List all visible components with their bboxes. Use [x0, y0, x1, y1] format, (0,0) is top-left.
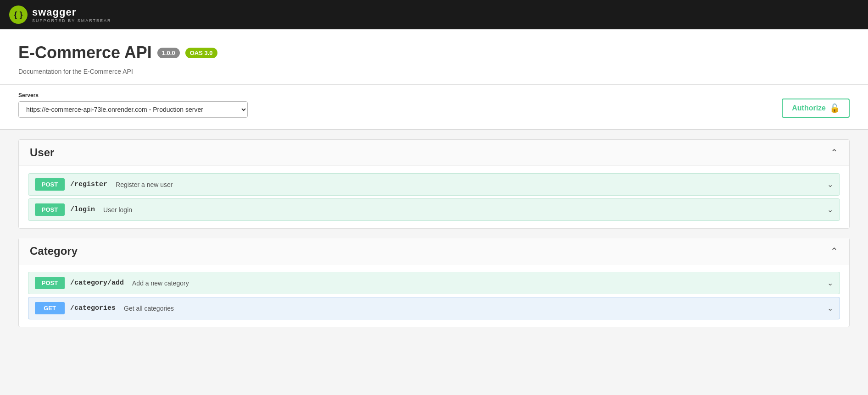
chevron-down-icon-category-add: ⌄ [827, 279, 833, 287]
group-card-category: Category ⌃ POST /category/add Add a new … [18, 238, 850, 327]
servers-block: Servers https://e-commerce-api-73le.onre… [0, 85, 868, 130]
method-badge-get-categories: GET [35, 302, 65, 314]
lock-icon: 🔓 [829, 103, 840, 113]
group-header-category[interactable]: Category ⌃ [19, 238, 849, 264]
swagger-logo-symbol: { } [14, 10, 22, 20]
method-badge-post-login: POST [35, 203, 65, 216]
method-badge-post-category-add: POST [35, 277, 65, 289]
header: { } swagger SUPPORTED BY SMARTBEAR [0, 0, 868, 29]
endpoint-path-login: /login [70, 206, 95, 214]
group-title-user: User [30, 146, 54, 159]
ep-left-category-add: POST /category/add Add a new category [35, 277, 189, 289]
ep-left-login: POST /login User login [35, 203, 132, 216]
api-description: Documentation for the E-Commerce API [18, 68, 850, 75]
version-badge: 1.0.0 [157, 48, 180, 58]
api-info-block: E-Commerce API 1.0.0 OAS 3.0 Documentati… [0, 29, 868, 85]
endpoint-row-login[interactable]: POST /login User login ⌄ [28, 198, 840, 221]
endpoint-desc-login: User login [103, 206, 132, 214]
swagger-subtitle: SUPPORTED BY SMARTBEAR [32, 18, 111, 23]
page-wrapper: { } swagger SUPPORTED BY SMARTBEAR E-Com… [0, 0, 868, 395]
group-title-category: Category [30, 245, 78, 258]
chevron-down-icon-categories: ⌄ [827, 304, 833, 313]
endpoint-desc-categories: Get all categories [124, 305, 174, 312]
swagger-logo: { } swagger SUPPORTED BY SMARTBEAR [9, 5, 111, 24]
swagger-icon: { } [9, 5, 28, 24]
endpoint-desc-category-add: Add a new category [132, 280, 189, 287]
endpoint-path-categories: /categories [70, 304, 116, 312]
endpoint-path-category-add: /category/add [70, 279, 124, 287]
section-divider [0, 130, 868, 130]
swagger-title: swagger [32, 6, 111, 18]
ep-left-register: POST /register Register a new user [35, 178, 173, 191]
swagger-text: swagger SUPPORTED BY SMARTBEAR [32, 6, 111, 23]
authorize-button[interactable]: Authorize 🔓 [782, 99, 850, 118]
endpoint-row-category-add[interactable]: POST /category/add Add a new category ⌄ [28, 272, 840, 294]
api-title: E-Commerce API [18, 43, 152, 62]
oas-badge: OAS 3.0 [185, 48, 217, 58]
endpoint-path-register: /register [70, 181, 107, 188]
chevron-down-icon-login: ⌄ [827, 205, 833, 214]
method-badge-post-register: POST [35, 178, 65, 191]
authorize-label: Authorize [792, 104, 826, 112]
group-card-user: User ⌃ POST /register Register a new use… [18, 139, 850, 229]
ep-left-categories: GET /categories Get all categories [35, 302, 174, 314]
group-header-user[interactable]: User ⌃ [19, 140, 849, 166]
group-endpoints-user: POST /register Register a new user ⌄ POS… [19, 166, 849, 228]
groups-area: User ⌃ POST /register Register a new use… [0, 139, 868, 327]
endpoint-row-register[interactable]: POST /register Register a new user ⌄ [28, 173, 840, 196]
group-endpoints-category: POST /category/add Add a new category ⌄ … [19, 264, 849, 327]
servers-control: Servers https://e-commerce-api-73le.onre… [18, 92, 248, 118]
servers-label: Servers [18, 92, 248, 99]
chevron-up-icon-category: ⌃ [830, 246, 838, 257]
server-select[interactable]: https://e-commerce-api-73le.onrender.com… [18, 101, 248, 118]
endpoint-desc-register: Register a new user [116, 181, 173, 188]
endpoint-row-categories[interactable]: GET /categories Get all categories ⌄ [28, 297, 840, 319]
chevron-up-icon-user: ⌃ [830, 147, 838, 158]
api-title-row: E-Commerce API 1.0.0 OAS 3.0 [18, 43, 850, 62]
chevron-down-icon-register: ⌄ [827, 180, 833, 189]
